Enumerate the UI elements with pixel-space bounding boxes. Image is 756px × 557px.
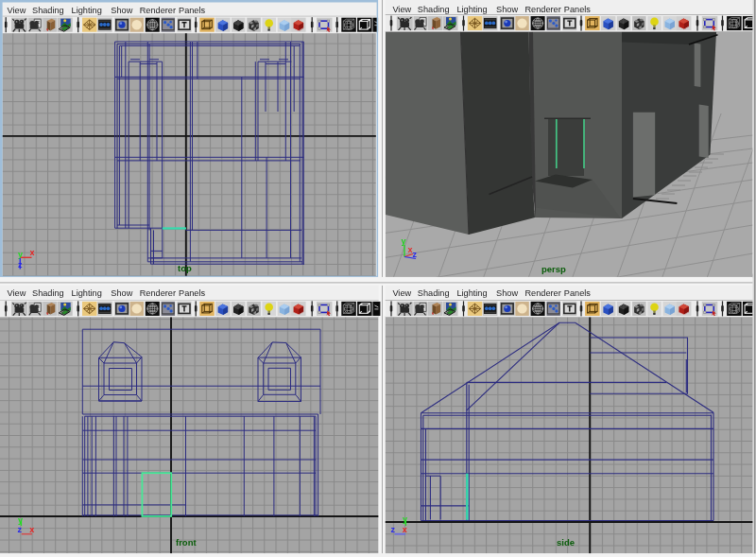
svg-text:front: front <box>176 537 197 548</box>
svg-text:y: y <box>18 515 23 525</box>
svg-text:x: x <box>29 525 34 534</box>
svg-text:x: x <box>30 248 35 257</box>
svg-text:y: y <box>402 236 406 246</box>
svg-text:z: z <box>18 525 23 534</box>
svg-text:persp: persp <box>541 264 566 274</box>
svg-text:z: z <box>413 250 418 259</box>
svg-text:side: side <box>557 537 575 548</box>
svg-text:top: top <box>178 263 192 273</box>
svg-text:z: z <box>391 525 396 534</box>
svg-text:y: y <box>403 514 407 524</box>
